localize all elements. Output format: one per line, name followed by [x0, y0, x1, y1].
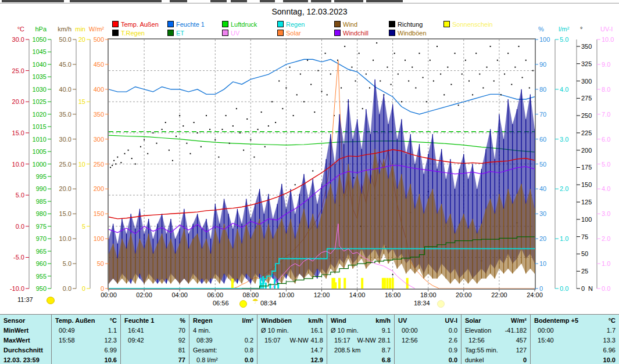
- axis-tick-label: 20: [539, 236, 560, 242]
- axis-tick-label: 1015: [26, 124, 46, 130]
- axis-unit-label: °C: [1, 26, 24, 33]
- axis-tick-label: 0.0: [560, 286, 581, 292]
- axis-tick-label: 50: [83, 261, 104, 267]
- axis-tick-label: 200: [83, 186, 104, 192]
- table-cell-value: 0: [523, 355, 527, 364]
- axis-tick-label: 990: [26, 186, 46, 192]
- rain-start-icon: ☂: [252, 298, 259, 305]
- axis-tick-label: 1045: [26, 49, 46, 55]
- axis-tick-label: 90: [539, 62, 560, 68]
- table-header-unit: km/h: [308, 316, 323, 325]
- north-label: N: [588, 286, 596, 292]
- table-cell-value: 0.0: [449, 326, 457, 335]
- axis-tick-label: 2.0: [602, 236, 619, 242]
- table-header-unit: km/h: [375, 316, 391, 325]
- axis-tick-label: 275: [581, 95, 602, 102]
- x-tick-label: 14:00: [345, 291, 370, 298]
- table-cell-value: -41.182: [505, 326, 527, 335]
- table-cell-value: 12.3: [105, 336, 117, 345]
- table-cell-value: 0.2: [245, 336, 253, 345]
- moonrise-time: 11:37: [17, 296, 33, 303]
- axis-tick-label: 1.0: [560, 236, 581, 242]
- sunrise-icon: [239, 300, 247, 308]
- table-cell-value: 0.0: [245, 355, 253, 364]
- table-header: Temp. Außen: [55, 316, 95, 325]
- table-column: Temp. Außen°C 00:491.1 15:5812.36.9910.6: [51, 315, 120, 364]
- axis-tick-label: 4.0: [602, 186, 619, 192]
- axis-tick-label: 20.0: [3, 99, 24, 105]
- axis-tick-label: 80: [539, 87, 560, 93]
- axis-tick-label: 400: [83, 87, 104, 93]
- axis-tick-label: 955: [26, 273, 46, 280]
- axis-tick-label: 1050: [26, 37, 46, 43]
- axis-tick-label: 10.0: [3, 161, 24, 168]
- x-tick-label: 20:00: [451, 291, 477, 298]
- axis-tick-label: 150: [581, 182, 602, 188]
- table-header-unit: °C: [110, 316, 117, 325]
- table-header-unit: %: [180, 316, 185, 325]
- stats-table: SensorMinWertMaxWertDurchschnitt12.03. 2…: [0, 314, 619, 364]
- axis-tick-label: 300: [83, 136, 104, 143]
- x-tick-label: 16:00: [380, 291, 406, 298]
- table-cell: 4 min.: [193, 326, 210, 335]
- axis-tick-label: 25.0: [3, 68, 24, 74]
- axis-tick-label: 2.0: [560, 186, 581, 192]
- axis-tick-label: 965: [26, 248, 46, 255]
- axis-tick-label: 7.0: [602, 111, 619, 118]
- axis-tick-label: 50: [539, 161, 560, 168]
- table-header: Wind: [331, 316, 346, 325]
- table-cell: 15:17: [331, 336, 350, 345]
- table-cell: Gesamt:: [193, 345, 217, 355]
- table-cell-value: 1.1: [108, 326, 117, 335]
- axis-tick-label: 45.0: [51, 62, 71, 68]
- axis-tick-label: 30.0: [51, 136, 71, 143]
- axis-tick-label: 100: [581, 217, 602, 223]
- table-cell-value: 0.0: [449, 355, 457, 364]
- x-tick-label: 24:00: [522, 291, 548, 298]
- table-cell-value: 70: [178, 326, 185, 335]
- rain-start-time: 08:34: [260, 300, 277, 307]
- x-tick-label: 06:00: [202, 291, 228, 298]
- app-window: Sonntag, 12.03.2023 Temp. AußenFeuchte 1…: [0, 0, 619, 364]
- table-header: Sensor: [3, 316, 25, 325]
- table-row-label: 12.03. 23:59: [3, 355, 40, 364]
- axis-tick-label: 250: [83, 161, 104, 168]
- axis-tick-label: 40.0: [51, 87, 71, 93]
- axis-tick-label: 75: [581, 234, 602, 240]
- x-tick-label: 18:00: [416, 291, 441, 298]
- axis-tick-label: 350: [83, 111, 104, 118]
- table-cell-value: 41.8: [311, 336, 323, 345]
- axis-tick-label: 5.0: [51, 261, 71, 267]
- table-header-unit: UV-I: [445, 316, 457, 325]
- table-cell: Ø 10 min.: [261, 326, 289, 335]
- table-cell-value: 77: [178, 355, 185, 364]
- axis-tick-label: 950: [26, 286, 46, 292]
- table-header-unit: l/m²: [242, 316, 253, 325]
- axis-tick-label: 175: [581, 164, 602, 171]
- table-cell: Elevation: [465, 326, 491, 335]
- axis-tick-label: 15.0: [51, 211, 71, 217]
- axis-tick-label: 25: [581, 268, 602, 275]
- table-header: UV: [398, 316, 407, 325]
- axis-tick-label: 15.0: [3, 130, 24, 136]
- table-header: Bodentemp +5: [534, 316, 578, 325]
- table-column: UVUV-I 00:000.0 12:562.60.90.0: [394, 315, 461, 364]
- table-cell-value: 1.7: [607, 326, 616, 335]
- table-cell-value: 8.7: [382, 345, 391, 355]
- x-tick-label: 22:00: [486, 291, 512, 298]
- axis-tick-label: 250: [581, 113, 602, 119]
- table-cell-value: 0.9: [449, 345, 457, 355]
- axis-tick-label: 0: [65, 286, 85, 292]
- table-column: Windkm/hØ 10 min.9.1 15:17W-NW28.1 208.5…: [327, 315, 394, 364]
- axis-tick-label: 450: [83, 62, 104, 68]
- table-column: Windböenkm/hØ 10 min.16.1 15:07W-NW41.81…: [257, 315, 327, 364]
- axis-tick-label: 9.0: [602, 62, 619, 68]
- axis-tick-label: 3.0: [602, 211, 619, 217]
- axis-tick-label: 960: [26, 261, 46, 267]
- table-cell-value: 457: [516, 336, 527, 345]
- table-cell-value: 10.0: [603, 355, 616, 364]
- table-cell-value: 6.8: [382, 355, 391, 364]
- x-tick-label: 08:00: [238, 291, 263, 298]
- axis-tick-label: 10.0: [51, 236, 71, 242]
- axis-tick-label: 3.0: [560, 136, 581, 143]
